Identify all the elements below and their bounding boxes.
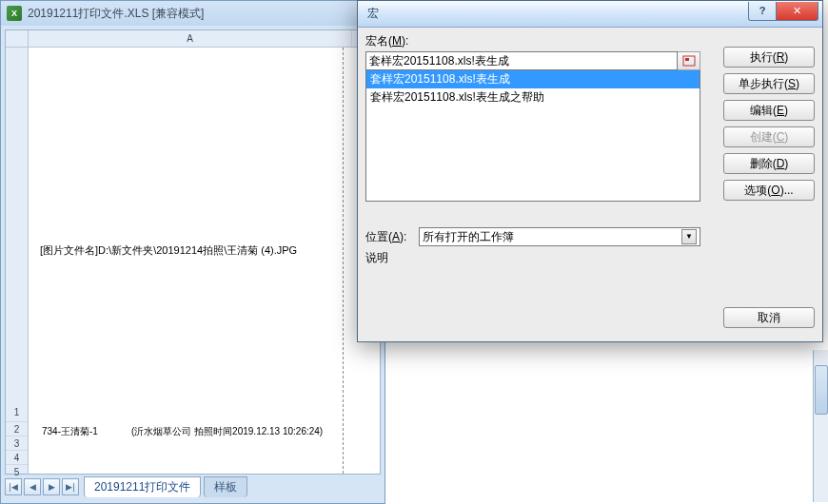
step-button[interactable]: 单步执行(S) (723, 73, 815, 94)
sheet-tab-bar: |◀ ◀ ▶ ▶| 20191211打印文件 样板 (5, 476, 381, 497)
help-button[interactable]: ? (748, 2, 777, 21)
description-label: 说明 (365, 250, 388, 266)
nav-prev-icon[interactable]: ◀ (24, 478, 41, 495)
column-header-a[interactable]: A (29, 30, 352, 47)
cancel-button[interactable]: 取消 (723, 307, 815, 328)
worksheet-area: A 1 2 3 4 5 [图片文件名]D:\新文件夹\20191214拍照\王清… (5, 29, 381, 475)
run-button[interactable]: 执行(R) (723, 47, 815, 68)
row-header-3[interactable]: 3 (6, 436, 28, 451)
vertical-scrollbar[interactable] (813, 350, 828, 502)
dialog-titlebar[interactable]: 宏 ? ✕ (358, 1, 822, 28)
macro-list[interactable]: 套样宏20151108.xls!表生成 套样宏20151108.xls!表生成之… (365, 70, 700, 202)
row-headers: 1 2 3 4 5 (6, 48, 29, 474)
macro-dialog: 宏 ? ✕ 宏名(M): 套样宏20151108.xls!表生成 套样宏2015… (357, 0, 823, 342)
excel-title: 20191211打印文件.XLS [兼容模式] (28, 6, 204, 22)
excel-app-icon: X (7, 6, 22, 21)
edit-button[interactable]: 编辑(E) (723, 100, 815, 121)
macro-item[interactable]: 套样宏20151108.xls!表生成之帮助 (366, 88, 700, 107)
excel-titlebar: X 20191211打印文件.XLS [兼容模式] (1, 1, 384, 26)
nav-next-icon[interactable]: ▶ (43, 478, 60, 495)
row-header-2[interactable]: 2 (6, 422, 28, 436)
column-headers: A (29, 30, 380, 48)
svg-rect-1 (685, 58, 689, 61)
create-button: 创建(C) (723, 126, 815, 147)
sheet-tab-template[interactable]: 样板 (204, 476, 247, 497)
options-button[interactable]: 选项(O)... (723, 180, 815, 201)
select-all-corner[interactable] (6, 30, 29, 48)
location-select[interactable]: 所有打开的工作簿 ▼ (419, 227, 700, 246)
cell-grid[interactable]: [图片文件名]D:\新文件夹\20191214拍照\王清菊 (4).JPG 73… (29, 48, 380, 474)
chevron-down-icon[interactable]: ▼ (681, 229, 697, 244)
delete-button[interactable]: 删除(D) (723, 153, 815, 174)
macro-name-input[interactable] (365, 51, 678, 70)
location-value: 所有打开的工作簿 (423, 229, 514, 245)
page-break-line (343, 48, 344, 474)
macro-item-selected[interactable]: 套样宏20151108.xls!表生成 (366, 70, 700, 88)
sheet-tab-active[interactable]: 20191211打印文件 (84, 476, 201, 497)
row2-right-cell: (沂水烟草公司 拍照时间2019.12.13 10:26:24) (131, 425, 323, 438)
image-filename-cell: [图片文件名]D:\新文件夹\20191214拍照\王清菊 (4).JPG (40, 243, 297, 258)
location-label: 位置(A): (365, 229, 419, 245)
excel-window: X 20191211打印文件.XLS [兼容模式] A 1 2 3 4 5 [图… (0, 0, 385, 504)
row-header-1[interactable]: 1 (6, 48, 28, 422)
row-header-4[interactable]: 4 (6, 451, 28, 465)
nav-last-icon[interactable]: ▶| (62, 478, 79, 495)
row2-left-cell: 734-王清菊-1 (42, 425, 98, 438)
nav-first-icon[interactable]: |◀ (5, 478, 22, 495)
dialog-title: 宏 (367, 6, 748, 22)
reference-picker-icon[interactable] (678, 51, 700, 70)
scrollbar-thumb[interactable] (815, 365, 828, 415)
close-button[interactable]: ✕ (777, 2, 818, 21)
